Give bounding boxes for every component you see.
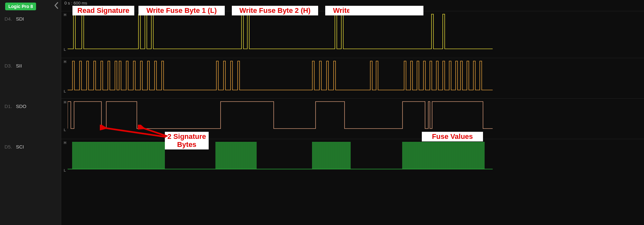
arrow-icon	[138, 125, 170, 141]
annotation-fuse-values: Fuse Values	[422, 132, 483, 141]
waveform-sii[interactable]	[68, 60, 493, 92]
time-header: 0 s : 600 ms	[64, 1, 87, 5]
channel-index: D3.	[5, 63, 12, 68]
app-badge: Logic Pro 8	[5, 3, 36, 10]
channel-label-sci[interactable]: D5. SCI	[0, 142, 61, 151]
channel-index: D1.	[5, 104, 12, 109]
channel-label-sii[interactable]: D3. SII	[0, 61, 61, 70]
annotation-signature-bytes: 2 Signature Bytes	[165, 132, 209, 149]
channel-name: SCI	[16, 144, 24, 149]
chevron-left-icon	[54, 2, 59, 9]
channel-name: SDO	[16, 104, 27, 109]
svg-line-1	[143, 128, 167, 136]
channel-index: D5.	[5, 144, 12, 149]
annotation-blank	[349, 6, 423, 15]
waveform-sdi[interactable]	[68, 13, 493, 51]
sidebar	[0, 0, 61, 225]
channel-label-sdo[interactable]: D1. SDO	[0, 102, 61, 111]
channel-label-sdi[interactable]: D4. SDI	[0, 14, 61, 23]
waveform-sci[interactable]	[68, 141, 493, 173]
channel-name: SDI	[16, 16, 24, 22]
channel-index: D4.	[5, 16, 12, 22]
channel-name: SII	[16, 63, 22, 68]
back-button[interactable]	[54, 2, 59, 11]
annotation-read-signature: Read Signature	[72, 6, 134, 15]
annotation-write-fuse-2: Write Fuse Byte 2 (H)	[232, 6, 318, 15]
annotation-write-fuse-1: Write Fuse Byte 1 (L)	[138, 6, 225, 15]
annotation-line: Bytes	[167, 140, 206, 148]
annotation-line: 2 Signature	[167, 132, 206, 140]
